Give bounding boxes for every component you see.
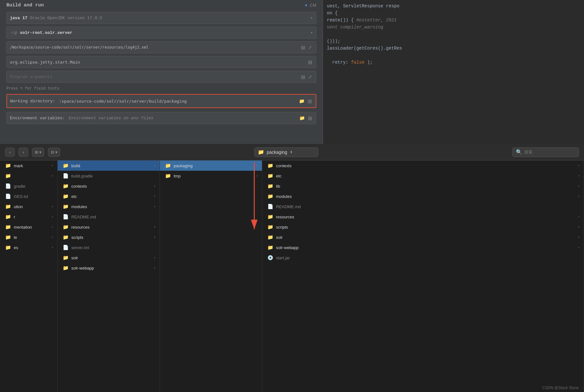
chevron-right-icon: › — [51, 235, 53, 239]
code-line: retry: false ); — [327, 59, 580, 66]
expand-icon[interactable]: ⤢ — [308, 45, 313, 50]
list-item[interactable]: 📁 ution › — [0, 201, 57, 212]
path-pill[interactable]: 📁 packaging ⬍ — [254, 147, 318, 157]
chevron-right-icon: › — [154, 266, 156, 270]
list-item[interactable]: 📁 lib › — [262, 181, 584, 191]
code-line: uest, ServletResponse respo — [327, 3, 580, 10]
modify-options-button[interactable]: ▾ CM — [304, 3, 316, 8]
main-class-row[interactable]: org.eclipse.jetty.start.Main ▤ — [6, 56, 316, 68]
chevron-right-icon: › — [578, 235, 580, 239]
forward-button[interactable]: › — [19, 148, 28, 157]
list-item[interactable]: 📁 etc › — [262, 171, 584, 181]
column-view-button[interactable]: ⊞ ▾ — [32, 148, 44, 157]
list-item[interactable]: 📄 GES.txt — [0, 191, 57, 201]
dropdown-arrow-icon: ▾ — [311, 16, 313, 20]
env-edit-icon[interactable]: ▤ — [307, 115, 313, 121]
edit-icon[interactable]: ▤ — [300, 45, 306, 50]
folder-icon: 📁 — [5, 224, 11, 230]
args-expand-icon[interactable]: ⤢ — [308, 74, 313, 79]
edit-main-icon[interactable]: ▤ — [307, 59, 313, 65]
build-folder-item[interactable]: 📁 build › — [58, 161, 160, 171]
chevron-right-icon: › — [256, 174, 258, 178]
list-item[interactable]: 📄 README.md — [58, 212, 160, 222]
code-line: reate()) { Hostetter, 2021 — [327, 17, 580, 24]
list-item[interactable]: 📁 resources › — [262, 212, 584, 222]
env-folder-icon[interactable]: 📁 — [299, 115, 305, 121]
file-col-build: 📁 packaging › 📁 tmp › — [160, 161, 262, 392]
folder-icon: 📁 — [63, 163, 69, 169]
folder-icon: 📁 — [267, 183, 273, 189]
list-item[interactable]: 📁 mark › — [0, 161, 57, 171]
chevron-right-icon: › — [51, 215, 53, 219]
chevron-right-icon: › — [154, 225, 156, 229]
list-item[interactable]: 📁 le › — [0, 232, 57, 242]
list-item[interactable]: 📁 modules › — [262, 191, 584, 201]
folder-path-icon: 📁 — [258, 149, 264, 155]
list-item[interactable]: 📄 server.iml — [58, 242, 160, 253]
list-item[interactable]: 📄 gradle — [0, 181, 57, 191]
list-item[interactable]: 📁 contexts › — [58, 181, 160, 191]
folder-icon: 📁 — [267, 193, 273, 200]
args-edit-icon[interactable]: ▤ — [300, 74, 306, 79]
classpath-dropdown-icon: ▾ — [311, 30, 313, 35]
file-icon: 📄 — [5, 193, 11, 200]
search-icon: 🔍 — [516, 149, 522, 155]
folder-icon: 📁 — [267, 234, 273, 240]
env-variables-row[interactable]: Environment variables: Environment varia… — [6, 112, 316, 124]
search-input[interactable] — [524, 150, 575, 154]
current-path-label: packaging — [267, 150, 287, 155]
program-args-row[interactable]: Program arguments ▤ ⤢ — [6, 71, 316, 83]
chevron-right-icon: › — [51, 164, 53, 168]
folder-icon: 📁 — [267, 214, 273, 220]
list-item[interactable]: 📁 scripts › — [58, 232, 160, 242]
list-item[interactable]: 📁 r › — [0, 212, 57, 222]
list-item[interactable]: 📁 tmp › — [160, 171, 262, 181]
folder-browse-icon[interactable]: 📁 — [298, 98, 305, 104]
wd-edit-icon[interactable]: ▤ — [307, 98, 312, 104]
code-editor-panel: uest, ServletResponse respo on { reate()… — [323, 0, 584, 144]
packaging-folder-item[interactable]: 📁 packaging › — [160, 161, 262, 171]
chevron-right-icon: › — [578, 164, 580, 168]
chevron-right-icon: › — [578, 246, 580, 249]
folder-icon: 📁 — [165, 173, 171, 179]
file-icon: 📄 — [63, 245, 69, 251]
file-icon: 📄 — [5, 183, 11, 189]
list-item[interactable]: 📁 scripts › — [262, 222, 584, 232]
vm-options-row[interactable]: /Workspace/source-code/solr/solr/server/… — [6, 41, 316, 53]
grid-view-button[interactable]: ⊟ ▾ — [48, 148, 60, 157]
working-directory-row[interactable]: Working directory: :space/source-code/so… — [6, 94, 316, 108]
folder-icon: 📁 — [267, 173, 273, 179]
folder-icon: 📁 — [267, 245, 273, 251]
field-hint: Press ⌥ for field hints — [6, 85, 316, 91]
list-item[interactable]: 📁 mentation › — [0, 222, 57, 232]
search-box[interactable]: 🔍 — [512, 147, 579, 157]
columns-icon: ⊞ — [35, 150, 38, 154]
list-item[interactable]: 📁 resources › — [58, 222, 160, 232]
list-item[interactable]: 📄 README.md — [262, 201, 584, 212]
code-line: on { — [327, 10, 580, 17]
list-item[interactable]: 📁 modules › — [58, 201, 160, 212]
list-item[interactable]: 📁 › — [0, 171, 57, 181]
list-item[interactable]: 📁 solr › — [262, 232, 584, 242]
list-item[interactable]: 📁 solr › — [58, 253, 160, 263]
chevron-right-icon: › — [154, 205, 156, 208]
chevron-right-icon: › — [51, 246, 53, 249]
classpath-row[interactable]: -cp solr-root.solr.server ▾ — [6, 27, 316, 39]
config-panel: Build and run ▾ CM java 17 Oracle OpenJD… — [0, 0, 323, 144]
grid-icon: ⊟ — [51, 150, 54, 154]
view-dropdown-icon: ▾ — [39, 150, 41, 154]
list-item[interactable]: 📄 build.gradle — [58, 171, 160, 181]
list-item[interactable]: 📁 contexts › — [262, 161, 584, 171]
folder-icon: 📁 — [5, 163, 11, 169]
list-item[interactable]: 📁 es › — [0, 242, 57, 253]
list-item[interactable]: 📁 solr-webapp › — [262, 242, 584, 253]
chevron-right-icon: › — [578, 194, 580, 198]
back-button[interactable]: ‹ — [5, 148, 15, 157]
list-item[interactable]: 📁 etc › — [58, 191, 160, 201]
list-item[interactable]: 💿 start.jar — [262, 253, 584, 263]
folder-icon: 📁 — [5, 214, 11, 220]
code-line — [327, 52, 580, 59]
list-item[interactable]: 📁 solr-webapp › — [58, 263, 160, 273]
chevron-right-icon: › — [154, 235, 156, 239]
java-sdk-row[interactable]: java 17 Oracle OpenJDK version 17.0.5 ▾ — [6, 12, 316, 24]
